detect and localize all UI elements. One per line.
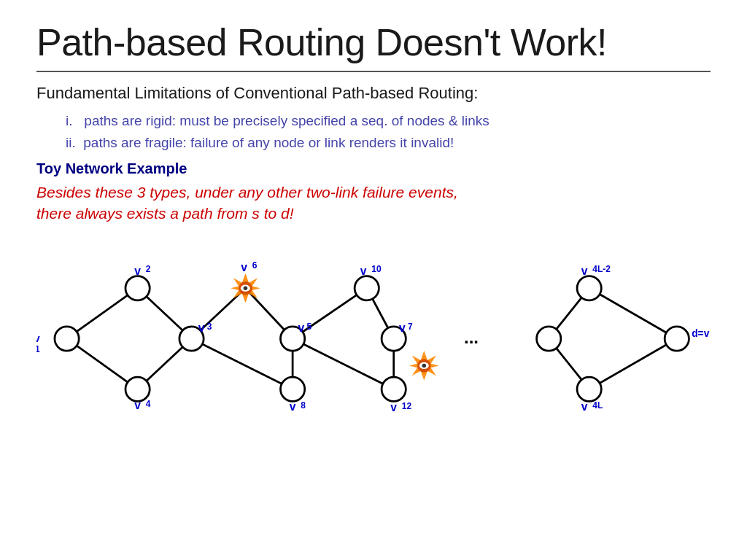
slide: Path-based Routing Doesn't Work! Fundame…	[0, 0, 747, 560]
svg-point-28	[665, 327, 689, 351]
title-divider	[36, 71, 711, 72]
svg-text:v: v	[360, 265, 367, 277]
svg-text:3: 3	[207, 321, 212, 331]
svg-text:6: 6	[252, 260, 258, 271]
svg-line-15	[589, 338, 677, 389]
svg-text:v: v	[581, 400, 588, 413]
subtitle: Fundamental Limitations of Conventional …	[36, 82, 711, 104]
svg-text:4: 4	[146, 399, 151, 409]
svg-text:v: v	[399, 322, 406, 334]
svg-text:2: 2	[146, 264, 151, 274]
highlight-text-line2: there always exists a path from s to d!	[36, 205, 294, 222]
svg-point-24	[382, 377, 406, 401]
svg-text:v: v	[298, 322, 305, 334]
roman-ii: ii.	[66, 135, 83, 150]
svg-text:v: v	[290, 400, 296, 413]
roman-i: i.	[66, 113, 84, 128]
svg-text:12: 12	[402, 400, 412, 411]
svg-text:v: v	[198, 322, 205, 334]
svg-point-19	[125, 377, 150, 401]
page-title: Path-based Routing Doesn't Work!	[36, 22, 711, 63]
svg-text:8: 8	[301, 400, 306, 410]
svg-point-22	[355, 276, 379, 300]
svg-text:4L-2: 4L-2	[592, 264, 611, 274]
highlight-text: Besides these 3 types, under any other t…	[36, 182, 711, 225]
svg-text:v: v	[134, 265, 141, 277]
svg-text:v: v	[134, 399, 141, 411]
svg-point-25	[537, 327, 561, 351]
svg-line-14	[589, 288, 677, 338]
svg-text:v: v	[241, 261, 247, 273]
toy-network-label: Toy Network Example	[36, 160, 711, 177]
svg-point-32	[244, 286, 248, 290]
svg-text:d=v: d=v	[692, 327, 710, 339]
svg-text:s=v: s=v	[36, 332, 40, 344]
svg-text:1: 1	[36, 344, 40, 354]
svg-text:4L: 4L	[592, 400, 603, 410]
svg-line-6	[192, 338, 293, 389]
svg-text:10: 10	[371, 264, 382, 274]
svg-point-26	[577, 276, 601, 300]
svg-point-17	[125, 276, 150, 300]
svg-text:...: ...	[464, 327, 479, 347]
network-svg: s=v 1 v 2 v 3 v 4 v 6 v 5 v 8 v 10 v	[36, 230, 711, 420]
svg-text:7: 7	[408, 321, 413, 331]
list-item-1: i. paths are rigid: must be precisely sp…	[66, 112, 711, 131]
svg-line-10	[293, 338, 394, 389]
svg-point-36	[422, 364, 427, 368]
svg-text:v: v	[581, 265, 588, 277]
network-diagram: s=v 1 v 2 v 3 v 4 v 6 v 5 v 8 v 10 v	[36, 230, 711, 420]
svg-point-21	[280, 377, 304, 401]
list-item-2: ii. paths are fragile: failure of any no…	[66, 133, 711, 153]
svg-text:5: 5	[307, 321, 312, 331]
svg-text:v: v	[390, 401, 397, 413]
svg-point-16	[55, 327, 79, 351]
svg-point-27	[577, 377, 601, 401]
